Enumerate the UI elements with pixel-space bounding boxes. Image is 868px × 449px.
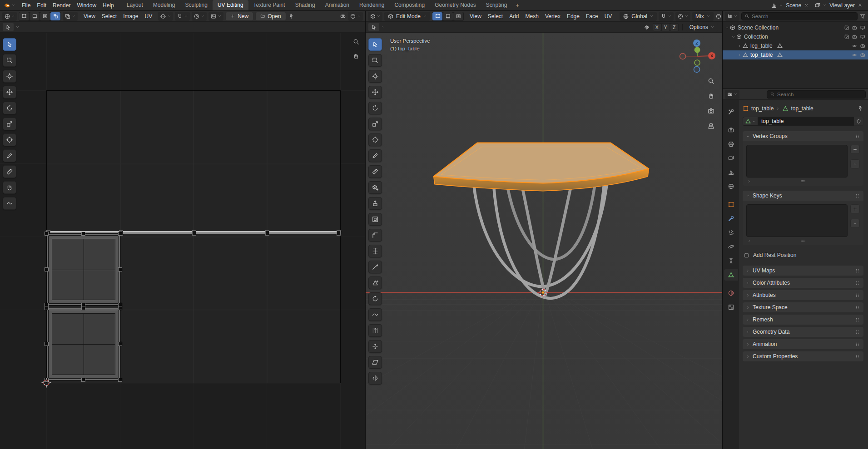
drag-grip-icon[interactable]: [854, 292, 860, 298]
workspace-tab-geometry-nodes[interactable]: Geometry Nodes: [430, 0, 481, 10]
menu-render[interactable]: Render: [50, 0, 74, 11]
uv-tool-grab[interactable]: [3, 181, 16, 194]
outliner-row-scene-collection[interactable]: Scene Collection: [723, 23, 868, 32]
pin-id-button[interactable]: [857, 105, 863, 112]
workspace-tab-modeling[interactable]: Modeling: [148, 0, 180, 10]
chevron-right-icon[interactable]: [738, 44, 742, 48]
uv-corner-handle[interactable]: [45, 232, 49, 236]
panel-animation-header[interactable]: Animation: [743, 339, 863, 349]
vp-menu-view[interactable]: View: [466, 11, 485, 22]
uv-tool-move[interactable]: [3, 86, 16, 99]
browse-mesh-dropdown[interactable]: [743, 117, 758, 126]
properties-tab-modifiers[interactable]: [724, 213, 738, 224]
workspace-tab-layout[interactable]: Layout: [122, 0, 148, 10]
show-overlays-button[interactable]: [340, 13, 346, 20]
vp-tool-rip-region[interactable]: [368, 372, 382, 385]
add-vertex-group-button[interactable]: [850, 145, 860, 154]
uv-edge-select-button[interactable]: [30, 12, 40, 20]
camera-view-icon[interactable]: [707, 107, 715, 115]
uv-tool-settings-dropdown[interactable]: [15, 25, 20, 29]
uv-menu-select[interactable]: Select: [99, 11, 120, 22]
drag-grip-icon[interactable]: [854, 280, 860, 286]
blender-app-menu-button[interactable]: [2, 2, 18, 9]
pivot-point-dropdown[interactable]: [158, 12, 173, 21]
workspace-tab-texture-paint[interactable]: Texture Paint: [248, 0, 290, 10]
panel-attributes-header[interactable]: Attributes: [743, 290, 863, 300]
vp-tool-bevel[interactable]: [368, 229, 382, 242]
vp-menu-mesh[interactable]: Mesh: [522, 11, 542, 22]
uv-tool-scale[interactable]: [3, 118, 16, 130]
outliner-item-label[interactable]: Scene Collection: [738, 25, 779, 31]
workspace-tab-shading[interactable]: Shading: [290, 0, 320, 10]
uv-tool-measure[interactable]: [3, 165, 16, 178]
workspace-tab-sculpting[interactable]: Sculpting: [180, 0, 213, 10]
fake-user-button[interactable]: [854, 117, 863, 126]
viewport-shading-solid-icon[interactable]: [715, 13, 722, 20]
scene-name[interactable]: Scene: [786, 2, 801, 9]
uv-canvas[interactable]: [0, 33, 365, 449]
vp-menu-vertex[interactable]: Vertex: [542, 11, 564, 22]
properties-tab-world[interactable]: [724, 181, 738, 192]
uv-tool-transform[interactable]: [3, 133, 16, 146]
panel-remesh-header[interactable]: Remesh: [743, 315, 863, 325]
chevron-right-icon[interactable]: [738, 53, 742, 57]
breadcrumb-object[interactable]: top_table: [751, 105, 774, 112]
uv-tool-tweak[interactable]: [3, 38, 16, 51]
uv-active-tool-button[interactable]: [3, 23, 14, 31]
falloff-dropdown[interactable]: Mix: [692, 12, 714, 21]
panel-vertex-groups-header[interactable]: Vertex Groups: [743, 131, 863, 141]
drag-grip-icon[interactable]: [854, 268, 860, 274]
vp-menu-uv[interactable]: UV: [601, 11, 615, 22]
mesh-name-input[interactable]: top_table: [758, 117, 854, 126]
disable-viewport-icon[interactable]: [860, 34, 866, 40]
add-shape-key-button[interactable]: [850, 204, 860, 213]
menu-window[interactable]: Window: [74, 0, 99, 11]
properties-tab-scene[interactable]: [724, 167, 738, 178]
uv-corner-handle[interactable]: [118, 378, 122, 382]
vp-tool-transform[interactable]: [368, 133, 382, 146]
uv-island[interactable]: [46, 233, 121, 306]
scene-selector[interactable]: Scene: [771, 2, 809, 9]
vertex-groups-list[interactable]: [746, 145, 848, 178]
panel-custom-properties-header[interactable]: Custom Properties: [743, 351, 863, 361]
vp-edge-select-button[interactable]: [443, 12, 453, 20]
uv-corner-handle[interactable]: [118, 306, 122, 310]
properties-tab-constraints[interactable]: [724, 255, 738, 266]
pin-image-button[interactable]: [288, 13, 294, 20]
pan-icon[interactable]: [707, 92, 715, 100]
workspace-tab-scripting[interactable]: Scripting: [481, 0, 512, 10]
outliner-item-label[interactable]: leg_table: [750, 43, 773, 49]
snap-dropdown[interactable]: [175, 12, 190, 21]
vp-tool-tweak[interactable]: [368, 38, 382, 51]
uv-tool-relax[interactable]: [3, 197, 16, 210]
vp-tool-spin[interactable]: [368, 292, 382, 305]
vp-tool-edge-slide[interactable]: [368, 324, 382, 337]
uv-corner-handle[interactable]: [45, 342, 49, 346]
vp-tool-select-box[interactable]: [368, 54, 382, 67]
drag-grip-icon[interactable]: [854, 354, 860, 360]
gizmo-x-neg[interactable]: [680, 53, 686, 59]
properties-tab-material[interactable]: [724, 287, 738, 299]
list-filter-toggle[interactable]: [747, 239, 751, 243]
menu-file[interactable]: File: [19, 0, 34, 11]
uv-island-select-button[interactable]: [50, 12, 60, 20]
outliner-item-label[interactable]: Collection: [744, 34, 768, 40]
hide-viewport-icon[interactable]: [852, 52, 858, 58]
vp-tool-loop-cut[interactable]: [368, 245, 382, 257]
table-top-selected[interactable]: [434, 143, 649, 191]
navigation-gizmo[interactable]: Z X: [680, 39, 715, 72]
properties-tab-output[interactable]: [724, 138, 738, 150]
uv-tool-select-box[interactable]: [3, 54, 16, 67]
image-open-button[interactable]: Open: [255, 12, 286, 21]
vp-tool-knife[interactable]: [368, 261, 382, 273]
unlink-scene-icon[interactable]: [804, 3, 809, 8]
disable-render-icon[interactable]: [852, 34, 858, 40]
drag-grip-icon[interactable]: [854, 133, 860, 139]
shape-key-specials-button[interactable]: [850, 219, 860, 228]
vp-tool-smooth[interactable]: [368, 308, 382, 321]
outliner-filter-button[interactable]: [859, 13, 866, 20]
properties-tab-render[interactable]: [724, 124, 738, 136]
vp-tool-rotate[interactable]: [368, 102, 382, 114]
uv-menu-uv[interactable]: UV: [142, 11, 156, 22]
exclude-checkbox-icon[interactable]: [844, 25, 850, 31]
